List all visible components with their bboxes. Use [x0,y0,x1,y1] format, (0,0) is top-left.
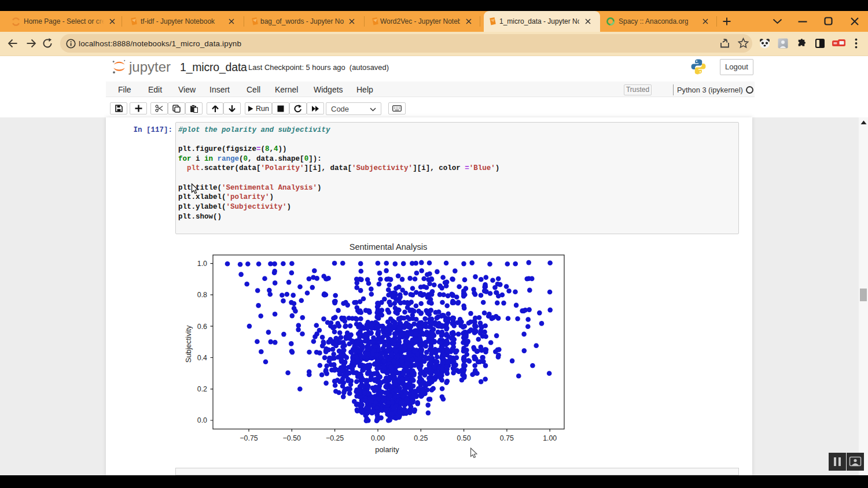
svg-text:−0.50: −0.50 [283,434,301,442]
svg-text:−0.75: −0.75 [240,434,258,442]
svg-text:0.2: 0.2 [197,385,207,393]
svg-text:1.0: 1.0 [197,260,207,268]
svg-text:polarity: polarity [375,445,399,454]
svg-text:−0.25: −0.25 [326,434,344,442]
svg-text:1.00: 1.00 [543,434,557,442]
svg-text:0.75: 0.75 [500,434,514,442]
svg-text:0.8: 0.8 [197,291,207,299]
svg-text:0.00: 0.00 [371,434,385,442]
svg-text:0.0: 0.0 [197,416,207,424]
svg-text:0.6: 0.6 [197,323,207,331]
svg-text:Subjectivity: Subjectivity [184,325,193,363]
svg-text:0.25: 0.25 [414,434,428,442]
svg-text:Sentimental Analysis: Sentimental Analysis [350,242,428,252]
svg-text:0.4: 0.4 [197,354,207,362]
svg-text:0.50: 0.50 [457,434,471,442]
